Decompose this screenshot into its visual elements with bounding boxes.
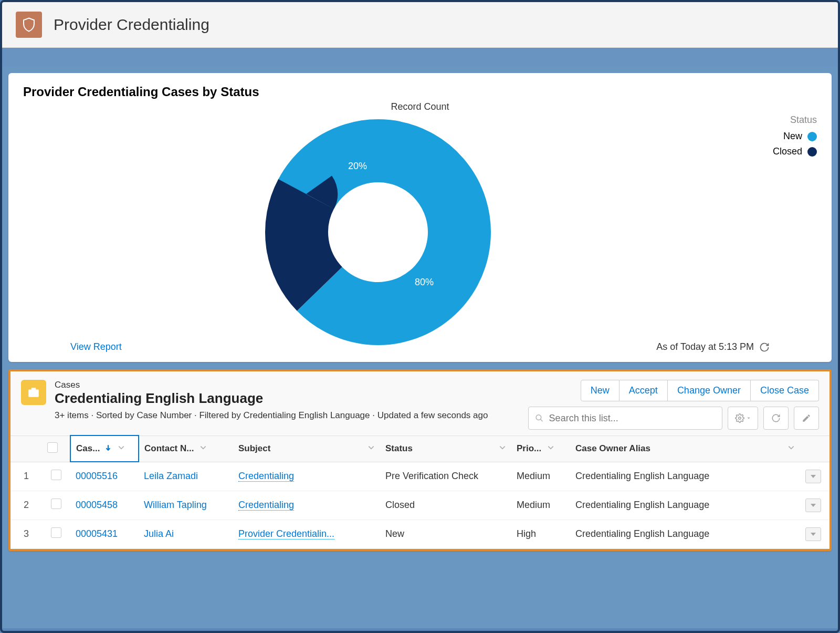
row-checkbox[interactable]	[51, 470, 61, 480]
refresh-button[interactable]	[763, 407, 789, 430]
chevron-down-icon[interactable]	[200, 443, 207, 454]
subject-link[interactable]: Credentialing	[233, 462, 380, 491]
accept-button[interactable]: Accept	[620, 380, 668, 401]
col-contact-name[interactable]: Contact N...	[139, 435, 233, 462]
cases-table: Cas... Contact N... Subject	[10, 435, 830, 549]
subject-link[interactable]: Provider Credentialin...	[233, 520, 380, 548]
col-checkbox	[42, 435, 70, 462]
refresh-icon	[771, 413, 781, 423]
row-actions-button[interactable]	[805, 527, 821, 541]
chevron-down-icon[interactable]	[788, 443, 795, 454]
shield-icon	[16, 12, 42, 38]
app-title: Provider Credentialing	[54, 16, 209, 34]
col-priority[interactable]: Prio...	[511, 435, 570, 462]
pencil-icon	[802, 413, 811, 423]
refresh-icon[interactable]	[759, 342, 770, 352]
donut-chart: 20% 80%	[23, 117, 733, 348]
chart-subtitle: Record Count	[23, 101, 817, 112]
status-cell: Closed	[380, 491, 511, 520]
case-number-link[interactable]: 00005458	[70, 491, 139, 520]
owner-cell: Credentialing English Language	[570, 462, 800, 491]
col-status[interactable]: Status	[380, 435, 511, 462]
status-cell: Pre Verification Check	[380, 462, 511, 491]
list-action-buttons: New Accept Change Owner Close Case	[581, 380, 819, 401]
chevron-down-icon[interactable]	[499, 443, 506, 454]
subject-link[interactable]: Credentialing	[233, 491, 380, 520]
close-case-button[interactable]: Close Case	[751, 380, 819, 401]
contact-name-link[interactable]: Julia Ai	[139, 520, 233, 548]
row-actions-button[interactable]	[805, 470, 821, 483]
new-button[interactable]: New	[581, 380, 620, 401]
list-meta: 3+ items · Sorted by Case Number · Filte…	[55, 409, 522, 422]
chevron-down-icon[interactable]	[118, 443, 125, 454]
change-owner-button[interactable]: Change Owner	[668, 380, 751, 401]
app-header: Provider Credentialing	[2, 2, 838, 48]
legend-dot-new	[807, 132, 817, 141]
row-actions-button[interactable]	[805, 499, 821, 512]
row-number: 1	[10, 462, 42, 491]
legend-title: Status	[733, 115, 817, 126]
chevron-down-icon	[747, 413, 751, 423]
chevron-down-icon[interactable]	[547, 443, 554, 454]
priority-cell: High	[511, 520, 570, 548]
legend-item-closed: Closed	[733, 146, 817, 157]
legend-dot-closed	[807, 147, 817, 157]
chart-legend: Status New Closed	[733, 115, 817, 161]
case-icon	[21, 380, 46, 405]
col-actions	[800, 435, 830, 462]
svg-point-6	[739, 417, 741, 420]
edit-button[interactable]	[794, 407, 819, 430]
owner-cell: Credentialing English Language	[570, 520, 800, 548]
svg-rect-2	[28, 390, 39, 397]
svg-point-4	[536, 415, 541, 420]
row-number: 3	[10, 520, 42, 548]
col-rownum	[10, 435, 42, 462]
list-view-card: Cases Credentialing English Language 3+ …	[8, 369, 832, 551]
search-icon	[535, 413, 544, 423]
slice-label-closed: 20%	[348, 161, 367, 171]
priority-cell: Medium	[511, 491, 570, 520]
sort-down-icon	[104, 443, 112, 454]
chevron-down-icon[interactable]	[368, 443, 375, 454]
contact-name-link[interactable]: William Tapling	[139, 491, 233, 520]
row-checkbox[interactable]	[51, 499, 61, 509]
chart-title: Provider Credentialing Cases by Status	[23, 85, 817, 99]
col-subject[interactable]: Subject	[233, 435, 380, 462]
table-row: 200005458William TaplingCredentialingClo…	[10, 491, 830, 520]
list-object-label: Cases	[55, 380, 528, 390]
gear-icon	[735, 413, 744, 423]
row-number: 2	[10, 491, 42, 520]
slice-label-new: 80%	[415, 277, 434, 287]
search-input-wrapper[interactable]	[528, 407, 722, 430]
legend-item-new: New	[733, 131, 817, 142]
col-owner-alias[interactable]: Case Owner Alias	[570, 435, 800, 462]
table-row: 300005431Julia AiProvider Credentialin..…	[10, 520, 830, 548]
chart-card: Provider Credentialing Cases by Status R…	[8, 73, 832, 362]
select-all-checkbox[interactable]	[47, 442, 58, 453]
list-view-name[interactable]: Credentialing English Language	[55, 390, 528, 407]
status-cell: New	[380, 520, 511, 548]
decorative-pattern	[2, 48, 838, 67]
table-row: 100005516Leila ZamadiCredentialingPre Ve…	[10, 462, 830, 491]
settings-button[interactable]	[728, 407, 758, 430]
col-case-number[interactable]: Cas...	[70, 435, 139, 462]
case-number-link[interactable]: 00005431	[70, 520, 139, 548]
svg-rect-3	[32, 388, 36, 390]
row-checkbox[interactable]	[51, 527, 61, 538]
contact-name-link[interactable]: Leila Zamadi	[139, 462, 233, 491]
case-number-link[interactable]: 00005516	[70, 462, 139, 491]
priority-cell: Medium	[511, 462, 570, 491]
owner-cell: Credentialing English Language	[570, 491, 800, 520]
search-input[interactable]	[549, 413, 716, 424]
svg-line-5	[540, 419, 542, 421]
